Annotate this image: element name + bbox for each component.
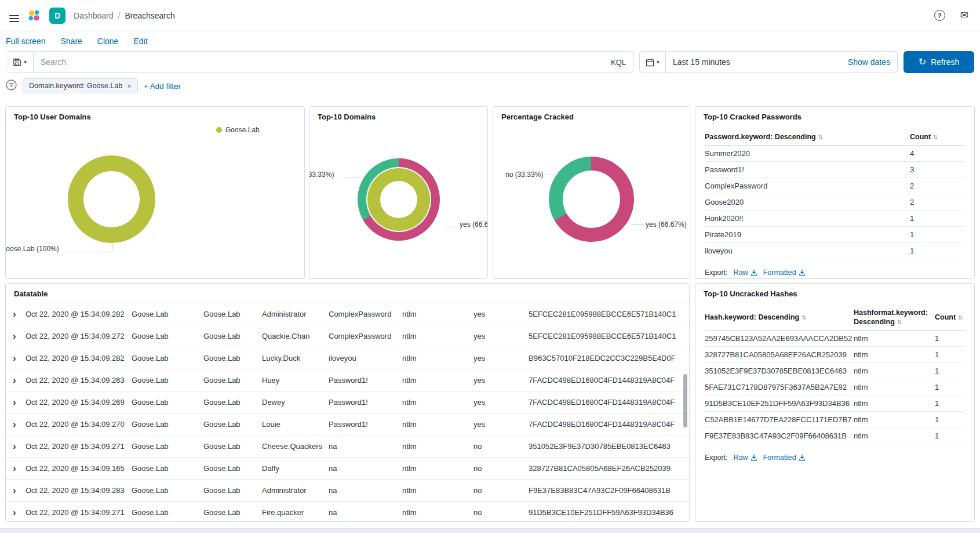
table-row: ›Oct 22, 2020 @ 15:34:09.263Goose.LabGoo… xyxy=(6,369,689,391)
table-row[interactable]: F9E37E83B83C47A93C2F09F66408631Bntlm1 xyxy=(705,428,965,444)
table-row: ›Oct 22, 2020 @ 15:34:09.271Goose.LabGoo… xyxy=(6,436,689,458)
legend-item-goose-lab[interactable]: Goose.Lab xyxy=(216,126,260,134)
edit-button[interactable]: Edit xyxy=(133,37,147,46)
expand-row-icon[interactable]: › xyxy=(12,441,25,451)
table-row[interactable]: 328727B81CA05805A68EF26ACB252039ntlm1 xyxy=(705,347,965,363)
vertical-scrollbar[interactable] xyxy=(683,374,687,427)
callout-leader-line xyxy=(343,177,359,177)
column-header-count[interactable]: Count⇅ xyxy=(935,313,965,322)
filter-options-button[interactable] xyxy=(6,79,17,92)
clone-button[interactable]: Clone xyxy=(97,37,119,46)
expand-row-icon[interactable]: › xyxy=(12,309,25,319)
hashformat-cell: ntlm xyxy=(402,442,473,451)
table-row[interactable]: 259745CB123A52AA2E693AAACCA2DB52ntlm1 xyxy=(705,331,965,347)
cracked-cell: yes xyxy=(473,354,529,362)
table-row[interactable]: ComplexPassword2 xyxy=(705,178,965,194)
header-actions: ? ✉ xyxy=(934,10,971,21)
expand-row-icon[interactable]: › xyxy=(12,507,25,517)
table-row[interactable]: C52ABB1E14677D7EA228FCC1171ED7B7ntlm1 xyxy=(705,412,965,428)
kql-button[interactable]: KQL xyxy=(605,58,626,67)
domains-donut-inner[interactable] xyxy=(367,168,430,231)
column-header-password[interactable]: Password.keyword: Descending⇅ xyxy=(705,133,910,141)
search-input[interactable] xyxy=(41,57,605,67)
hash-cell: 328727B81CA05805A68EF26ACB252039 xyxy=(705,350,854,359)
export-formatted-button[interactable]: Formatted xyxy=(763,454,806,462)
cracked-cell: yes xyxy=(473,332,529,340)
count-cell: 1 xyxy=(935,367,965,375)
hash-cell: 5FAE731C7178D87975F3637A5B2A7E92 xyxy=(705,383,854,391)
expand-row-icon[interactable]: › xyxy=(12,485,25,495)
menu-toggle-button[interactable] xyxy=(9,9,19,22)
time-cell: Oct 22, 2020 @ 15:34:09.271 xyxy=(25,508,132,517)
password-cell: ComplexPassword xyxy=(329,310,402,318)
expand-row-icon[interactable]: › xyxy=(12,397,25,407)
password-cell: iloveyou xyxy=(705,246,910,255)
table-row[interactable]: Honk2020!!1 xyxy=(705,211,965,227)
count-cell: 3 xyxy=(910,165,965,174)
expand-row-icon[interactable]: › xyxy=(12,419,25,429)
callout-leader-line xyxy=(631,224,644,225)
dashboard-app-badge: D xyxy=(49,8,65,24)
count-cell: 2 xyxy=(910,198,965,206)
table-row[interactable]: Pirate20191 xyxy=(705,227,965,243)
time-cell: Oct 22, 2020 @ 15:34:09.263 xyxy=(25,376,132,385)
cracked-cell: no xyxy=(473,486,529,495)
panel-top10-uncracked-hashes: Top-10 Uncracked Hashes Hash.keyword: De… xyxy=(695,283,975,522)
share-button[interactable]: Share xyxy=(60,37,82,46)
hash-cell: 7FACDC498ED1680C4FD1448319A8C04F xyxy=(529,420,689,429)
time-range-input[interactable]: Last 15 minutes Show dates xyxy=(666,51,898,73)
hashformat-cell: ntlm xyxy=(854,399,935,408)
password-cell: Goose2020 xyxy=(705,198,910,206)
elastic-logo[interactable] xyxy=(27,9,41,23)
export-raw-button[interactable]: Raw xyxy=(734,269,757,277)
domain-cell: Goose.Lab xyxy=(132,310,203,318)
column-header-count[interactable]: Count⇅ xyxy=(910,133,965,141)
expand-row-icon[interactable]: › xyxy=(12,375,25,385)
username-cell: Quackie.Chan xyxy=(262,332,329,340)
table-row[interactable]: Summer20204 xyxy=(705,146,965,162)
expand-row-icon[interactable]: › xyxy=(12,353,25,363)
export-label: Export: xyxy=(705,269,728,277)
table-row[interactable]: iloveyou1 xyxy=(705,243,965,259)
add-filter-button[interactable]: + Add filter xyxy=(144,82,181,90)
hash-cell: 351052E3F9E37D30785EBE0813EC6463 xyxy=(705,367,854,375)
date-picker-button[interactable]: ▾ xyxy=(639,51,666,73)
help-button[interactable]: ? xyxy=(934,10,945,21)
table-row: ›Oct 22, 2020 @ 15:34:09.271Goose.LabGoo… xyxy=(6,502,689,522)
export-raw-button[interactable]: Raw xyxy=(734,454,757,462)
envelope-icon: ✉ xyxy=(960,10,968,21)
expand-row-icon[interactable]: › xyxy=(12,331,25,341)
column-header-hash[interactable]: Hash.keyword: Descending⇅ xyxy=(705,313,854,322)
user-domain-cell: Goose.Lab xyxy=(203,464,262,473)
breadcrumb-dashboard[interactable]: Dashboard xyxy=(74,11,114,20)
refresh-icon: ↻ xyxy=(919,57,926,67)
table-row[interactable]: 351052E3F9E37D30785EBE0813EC6463ntlm1 xyxy=(705,363,965,379)
time-cell: Oct 22, 2020 @ 15:34:09.270 xyxy=(25,420,132,429)
user-domains-donut[interactable] xyxy=(68,155,155,243)
percentage-cracked-donut[interactable] xyxy=(549,157,634,242)
cracked-cell: yes xyxy=(473,310,529,318)
expand-row-icon[interactable]: › xyxy=(12,463,25,473)
export-formatted-button[interactable]: Formatted xyxy=(763,269,806,277)
count-cell: 1 xyxy=(910,214,965,223)
newsfeed-button[interactable]: ✉ xyxy=(960,10,968,20)
full-screen-button[interactable]: Full screen xyxy=(6,37,45,46)
password-cell: Summer2020 xyxy=(705,149,910,158)
table-row[interactable]: 5FAE731C7178D87975F3637A5B2A7E92ntlm1 xyxy=(705,379,965,396)
hashformat-cell: ntlm xyxy=(402,398,473,407)
table-row[interactable]: Goose20202 xyxy=(705,194,965,211)
saved-query-menu-button[interactable]: ▾ xyxy=(6,51,34,73)
password-cell: na xyxy=(329,508,402,517)
hash-cell: 7FACDC498ED1680C4FD1448319A8C04F xyxy=(529,398,689,407)
hash-cell: 351052E3F9E37D30785EBE0813EC6463 xyxy=(529,442,689,451)
column-header-hashformat[interactable]: Hashformat.keyword: Descending⇅ xyxy=(854,309,935,327)
refresh-button[interactable]: ↻ Refresh xyxy=(904,51,974,73)
filter-pill[interactable]: Domain.keyword: Goose.Lab × xyxy=(23,78,138,93)
slice-callout: no (33.33%) xyxy=(505,171,543,179)
remove-filter-icon[interactable]: × xyxy=(127,82,132,90)
table-row[interactable]: Password1!3 xyxy=(705,162,965,178)
show-dates-button[interactable]: Show dates xyxy=(848,57,890,67)
hash-cell: F9E37E83B83C47A93C2F09F66408631B xyxy=(529,486,689,495)
count-cell: 1 xyxy=(935,432,965,440)
table-row[interactable]: 91D5B3CE10EF251DFF59A63F93D34B36ntlm1 xyxy=(705,396,965,412)
